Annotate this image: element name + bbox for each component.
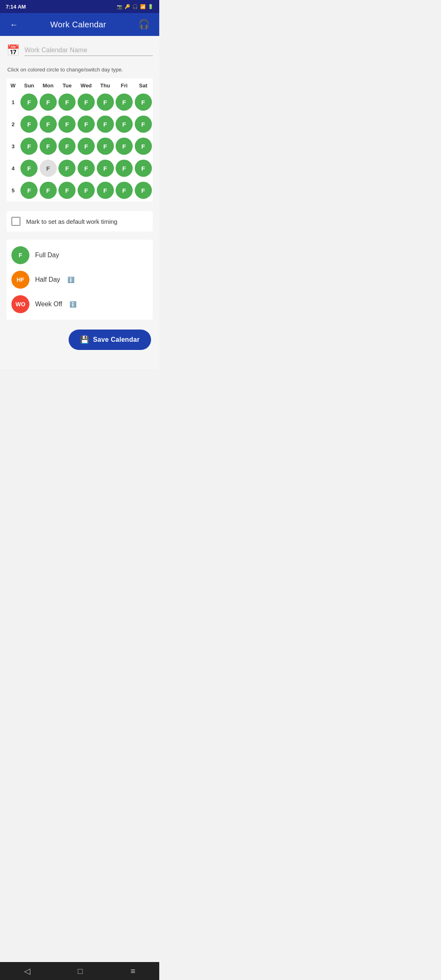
day-cell: F (115, 135, 134, 157)
day-circle[interactable]: F (78, 182, 95, 199)
week-number: 4 (7, 157, 20, 179)
day-circle[interactable]: F (116, 182, 133, 199)
week-header: W (7, 78, 20, 91)
day-circle[interactable]: F (78, 160, 95, 177)
day-cell: F (58, 157, 77, 179)
default-timing-checkbox[interactable] (11, 217, 20, 226)
day-circle[interactable]: F (40, 182, 57, 199)
day-circle[interactable]: F (135, 138, 152, 155)
day-circle[interactable]: F (20, 116, 38, 133)
day-cell: F (39, 157, 58, 179)
week-off-label: Week Off (35, 301, 62, 308)
day-cell: F (20, 91, 39, 113)
wed-header: Wed (77, 78, 96, 91)
day-circle[interactable]: F (116, 160, 133, 177)
app-bar: ← Work Calendar 🎧 (0, 13, 159, 36)
day-cell: F (58, 135, 77, 157)
full-day-label: Full Day (35, 252, 59, 259)
day-cell: F (96, 113, 115, 135)
day-circle[interactable]: F (58, 182, 76, 199)
day-circle[interactable]: F (40, 94, 57, 111)
day-circle[interactable]: F (40, 116, 57, 133)
day-circle[interactable]: F (58, 116, 76, 133)
tue-header: Tue (58, 78, 77, 91)
status-time: 7:14 AM (6, 4, 26, 10)
day-circle[interactable]: F (135, 182, 152, 199)
day-cell: F (115, 91, 134, 113)
calendar-name-row: 📅 (7, 44, 153, 58)
week-number: 5 (7, 179, 20, 201)
day-circle[interactable]: F (97, 116, 114, 133)
day-circle[interactable]: F (20, 182, 38, 199)
day-cell: F (39, 179, 58, 201)
table-row: 3FFFFFFF (7, 135, 153, 157)
key-icon: 🔑 (125, 4, 130, 9)
week-off-legend: WO Week Off ℹ️ (11, 295, 148, 313)
back-button[interactable]: ← (7, 17, 21, 33)
page-title: Work Calendar (50, 20, 106, 29)
calendar-grid: W Sun Mon Tue Wed Thu Fri Sat 1FFFFFFF2F… (7, 78, 153, 201)
day-cell: F (58, 91, 77, 113)
day-cell: F (77, 91, 96, 113)
day-cell: F (20, 135, 39, 157)
day-cell: F (134, 135, 153, 157)
day-circle[interactable]: F (78, 116, 95, 133)
calendar-name-input[interactable] (24, 45, 153, 56)
day-cell: F (39, 135, 58, 157)
day-circle[interactable]: F (78, 94, 95, 111)
save-calendar-button[interactable]: 💾 Save Calendar (69, 330, 151, 350)
week-number: 2 (7, 113, 20, 135)
day-cell: F (58, 113, 77, 135)
day-circle[interactable]: F (116, 138, 133, 155)
day-circle[interactable]: F (40, 160, 57, 177)
day-cell: F (39, 91, 58, 113)
day-cell: F (77, 113, 96, 135)
day-circle[interactable]: F (20, 138, 38, 155)
day-circle[interactable]: F (135, 160, 152, 177)
sat-header: Sat (134, 78, 153, 91)
week-off-circle[interactable]: WO (11, 295, 29, 313)
day-circle[interactable]: F (58, 94, 76, 111)
half-day-circle[interactable]: HF (11, 271, 29, 289)
week-off-info-icon[interactable]: ℹ️ (69, 301, 76, 307)
week-table: W Sun Mon Tue Wed Thu Fri Sat 1FFFFFFF2F… (7, 78, 153, 201)
half-day-legend: HF Half Day ℹ️ (11, 271, 148, 289)
day-circle[interactable]: F (116, 116, 133, 133)
day-circle[interactable]: F (58, 138, 76, 155)
day-cell: F (77, 179, 96, 201)
half-day-info-icon[interactable]: ℹ️ (67, 276, 74, 283)
save-icon: 💾 (80, 335, 89, 344)
day-cell: F (115, 157, 134, 179)
day-cell: F (20, 113, 39, 135)
day-circle[interactable]: F (135, 94, 152, 111)
day-circle[interactable]: F (40, 138, 57, 155)
day-circle[interactable]: F (58, 160, 76, 177)
day-cell: F (134, 179, 153, 201)
day-circle[interactable]: F (97, 160, 114, 177)
table-row: 4FFFFFFF (7, 157, 153, 179)
day-cell: F (20, 179, 39, 201)
default-timing-row: Mark to set as default work timing (7, 211, 153, 232)
legend: F Full Day HF Half Day ℹ️ WO Week Off ℹ️ (7, 240, 153, 320)
day-circle[interactable]: F (135, 116, 152, 133)
day-circle[interactable]: F (97, 138, 114, 155)
day-circle[interactable]: F (20, 160, 38, 177)
headset-button[interactable]: 🎧 (135, 16, 153, 33)
sun-header: Sun (20, 78, 39, 91)
day-circle[interactable]: F (20, 94, 38, 111)
day-circle[interactable]: F (116, 94, 133, 111)
calendar-icon: 📅 (7, 44, 20, 57)
day-circle[interactable]: F (78, 138, 95, 155)
bluetooth-icon: 🎧 (132, 4, 138, 9)
day-circle[interactable]: F (97, 94, 114, 111)
day-circle[interactable]: F (97, 182, 114, 199)
day-cell: F (134, 91, 153, 113)
save-button-row: 💾 Save Calendar (7, 330, 153, 360)
day-cell: F (39, 113, 58, 135)
day-cell: F (115, 113, 134, 135)
battery-icon: 🔋 (148, 4, 154, 9)
half-day-label: Half Day (35, 276, 60, 283)
mon-header: Mon (39, 78, 58, 91)
day-cell: F (115, 179, 134, 201)
full-day-circle[interactable]: F (11, 246, 29, 264)
